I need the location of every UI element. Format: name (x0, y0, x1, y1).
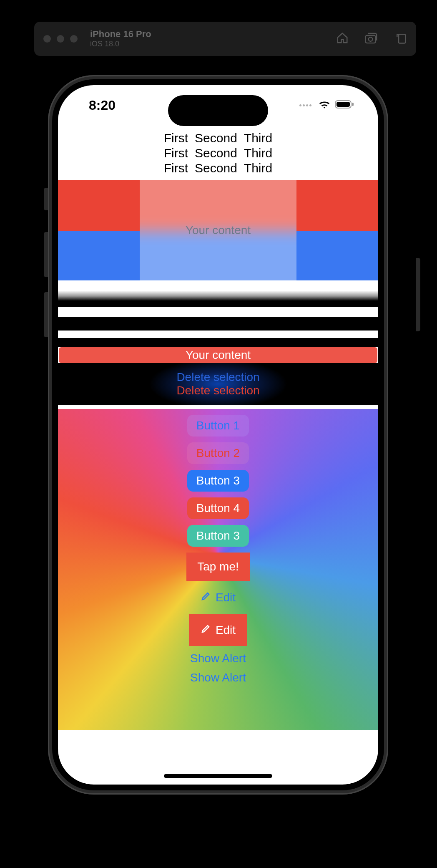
show-alert-button[interactable]: Show Alert (190, 671, 246, 684)
pencil-icon (201, 623, 211, 637)
wifi-icon (318, 100, 331, 111)
os-version: iOS 18.0 (90, 40, 151, 49)
svg-point-1 (369, 37, 373, 41)
label-first: First (164, 131, 188, 145)
maximize-window-button[interactable] (70, 35, 78, 43)
phone-screen: 8:20 First Second (58, 85, 378, 785)
text-row: First Second Third (164, 146, 272, 160)
label-third: Third (244, 131, 272, 145)
rotate-icon[interactable] (394, 32, 407, 46)
label-first: First (164, 161, 188, 175)
delete-selection-button[interactable]: Delete selection (176, 384, 259, 397)
black-bar (58, 338, 378, 347)
color-block-area: Your content (58, 180, 378, 280)
mute-switch[interactable] (44, 188, 48, 210)
simulator-title: iPhone 16 Pro iOS 18.0 (90, 29, 151, 49)
button-4[interactable]: Button 4 (187, 497, 249, 519)
label-second: Second (195, 146, 237, 160)
svg-rect-0 (365, 35, 375, 43)
text-row: First Second Third (164, 131, 272, 145)
tap-me-button[interactable]: Tap me! (186, 553, 250, 581)
red-bar-label: Your content (186, 348, 251, 362)
power-button[interactable] (416, 258, 420, 331)
volume-down-button[interactable] (44, 292, 48, 337)
text-row: First Second Third (164, 161, 272, 175)
rainbow-area: Button 1 Button 2 Button 3 Button 4 Butt… (58, 409, 378, 730)
button-2[interactable]: Button 2 (187, 442, 249, 464)
svg-rect-5 (352, 103, 354, 106)
frosted-label: Your content (186, 224, 251, 237)
black-bar (58, 317, 378, 331)
button-3-teal[interactable]: Button 3 (187, 525, 249, 547)
simulator-toolbar: iPhone 16 Pro iOS 18.0 (34, 22, 416, 56)
phone-frame: 8:20 First Second (48, 75, 388, 795)
svg-rect-2 (399, 34, 405, 43)
app-content: First Second Third First Second Third Fi… (58, 130, 378, 785)
home-indicator[interactable] (164, 774, 272, 778)
screenshot-icon[interactable] (364, 32, 379, 46)
button-1[interactable]: Button 1 (187, 415, 249, 437)
label-third: Third (244, 146, 272, 160)
label-second: Second (195, 131, 237, 145)
text-rows: First Second Third First Second Third Fi… (58, 130, 378, 180)
minimize-window-button[interactable] (57, 35, 64, 43)
battery-icon (335, 100, 354, 111)
dynamic-island (168, 95, 268, 126)
show-alert-button[interactable]: Show Alert (190, 652, 246, 665)
home-icon[interactable] (336, 32, 349, 46)
label-second: Second (195, 161, 237, 175)
label-third: Third (244, 161, 272, 175)
dark-gradient-bar: Delete selection Delete selection (58, 363, 378, 405)
status-time: 8:20 (89, 98, 116, 113)
svg-rect-4 (337, 102, 350, 107)
volume-up-button[interactable] (44, 232, 48, 277)
red-content-bar: Your content (59, 347, 377, 363)
button-3[interactable]: Button 3 (187, 470, 249, 492)
edit-button[interactable]: Edit (191, 587, 245, 608)
label-first: First (164, 146, 188, 160)
close-window-button[interactable] (43, 35, 51, 43)
delete-selection-button[interactable]: Delete selection (176, 371, 259, 384)
device-name: iPhone 16 Pro (90, 29, 151, 40)
edit-button-prominent[interactable]: Edit (189, 614, 247, 646)
frosted-panel: Your content (140, 180, 296, 280)
window-controls (43, 35, 78, 43)
pencil-icon (201, 591, 211, 604)
gradient-bar (58, 291, 378, 307)
cellular-icon (299, 104, 311, 106)
